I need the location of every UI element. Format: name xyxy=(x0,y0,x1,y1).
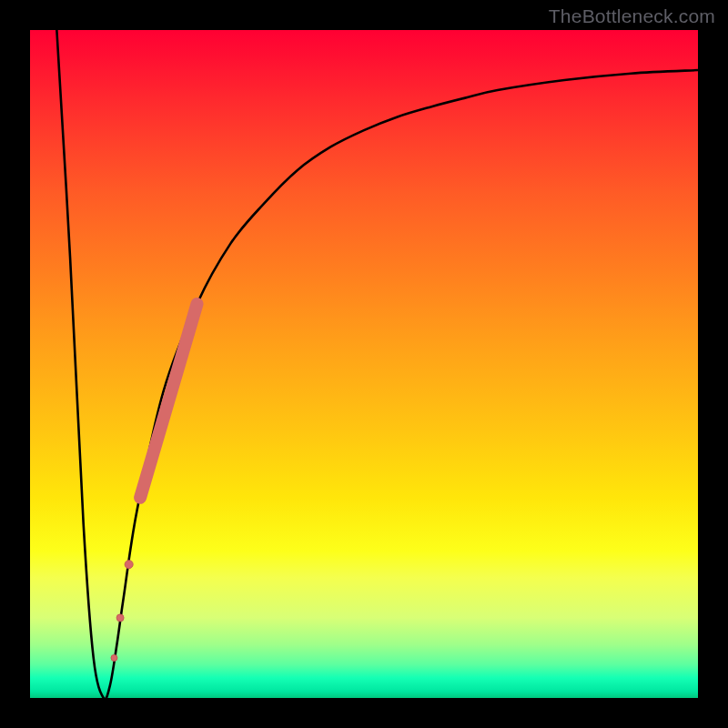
chart-frame: TheBottleneck.com xyxy=(0,0,728,728)
highlight-segment xyxy=(140,304,197,498)
bottleneck-curve xyxy=(56,30,698,699)
plot-area xyxy=(30,30,698,698)
highlight-dot xyxy=(116,614,124,622)
highlight-dot xyxy=(111,654,117,661)
watermark-text: TheBottleneck.com xyxy=(549,5,715,27)
highlight-dot xyxy=(125,561,133,569)
chart-svg xyxy=(30,30,698,698)
